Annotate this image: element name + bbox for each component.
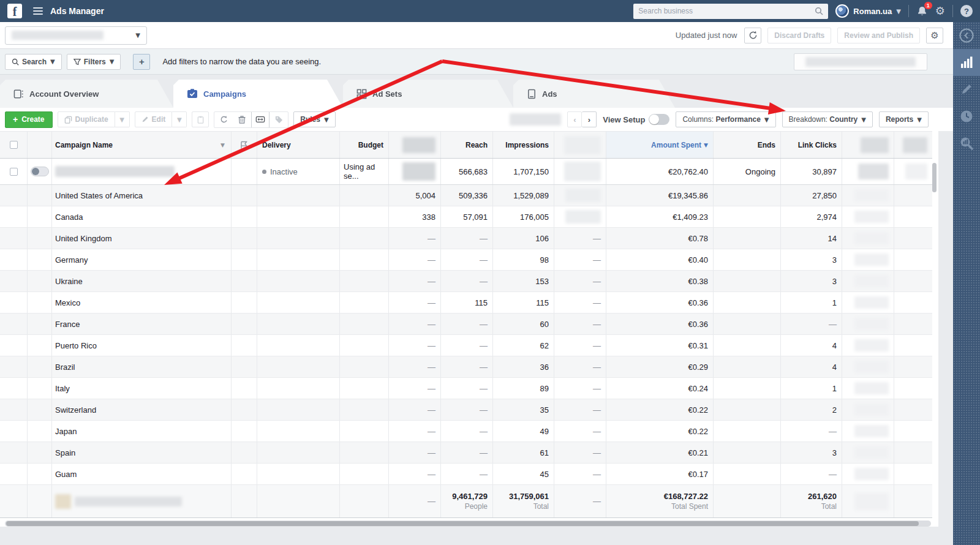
redacted-column-header[interactable] bbox=[894, 132, 932, 158]
duplicate-icon bbox=[64, 116, 72, 124]
settings-button[interactable]: ⚙ bbox=[926, 28, 943, 43]
filters-button[interactable]: Filters▼ bbox=[67, 54, 121, 70]
menu-icon[interactable] bbox=[33, 7, 43, 15]
row-checkbox[interactable] bbox=[10, 168, 18, 176]
country-name: Canada bbox=[52, 206, 232, 227]
review-publish-button[interactable]: Review and Publish bbox=[837, 28, 920, 43]
notifications-button[interactable]: 1 bbox=[916, 6, 928, 17]
country-name: Germany bbox=[52, 249, 232, 270]
ab-test-icon bbox=[255, 115, 265, 124]
paste-button[interactable] bbox=[192, 111, 209, 127]
table-row-country: Brazil — — 36 — €0.29 4 bbox=[0, 356, 932, 378]
redacted-column-header[interactable] bbox=[842, 132, 894, 158]
vertical-scrollbar[interactable] bbox=[932, 163, 937, 192]
table-row-country: France — — 60 — €0.36 — bbox=[0, 314, 932, 335]
create-button[interactable]: +Create bbox=[5, 111, 53, 128]
view-setup-toggle[interactable] bbox=[649, 114, 669, 125]
redacted-column-header[interactable] bbox=[389, 132, 441, 158]
sort-caret-icon: ▼ bbox=[221, 142, 225, 148]
redacted-date-range[interactable] bbox=[794, 53, 927, 70]
budget-header[interactable]: Budget bbox=[340, 132, 389, 158]
campaigns-toolbar: +Create Duplicate ▼ Edit ▼ bbox=[0, 108, 953, 131]
reach-cell: 566,683 bbox=[441, 159, 493, 184]
delivery-alert-icon bbox=[240, 141, 248, 149]
edit-dropdown[interactable]: ▼ bbox=[172, 111, 187, 127]
reach-header[interactable]: Reach bbox=[441, 132, 493, 158]
table-row-country: Japan — — 49 — €0.22 — bbox=[0, 421, 932, 442]
facebook-logo[interactable]: f bbox=[7, 4, 22, 18]
trash-icon bbox=[238, 115, 246, 124]
ad-sets-icon bbox=[356, 89, 367, 99]
table-row-country: Puerto Rico — — 62 — €0.31 4 bbox=[0, 335, 932, 356]
sidebar-item-edit[interactable] bbox=[953, 76, 980, 103]
ends-header[interactable]: Ends bbox=[714, 132, 781, 158]
discard-drafts-button[interactable]: Discard Drafts bbox=[767, 28, 831, 43]
redacted-column-header[interactable] bbox=[554, 132, 606, 158]
table-row-country: Spain — — 61 — €0.21 3 bbox=[0, 442, 932, 464]
horizontal-scrollbar[interactable] bbox=[5, 521, 931, 527]
tag-icon bbox=[274, 115, 284, 124]
campaign-row: Inactive Using ad se... 566,683 1,707,15… bbox=[0, 159, 932, 185]
redacted-campaign-name[interactable] bbox=[52, 159, 232, 184]
campaign-name-header[interactable]: Campaign Name▼ bbox=[52, 132, 232, 158]
entity-tabs: Account Overview Campaigns Ad Sets Ads bbox=[0, 75, 953, 108]
filter-hint-text: Add filters to narrow the data you are s… bbox=[162, 57, 321, 66]
refresh-button[interactable] bbox=[744, 28, 761, 43]
columns-button[interactable]: Columns: Performance▼ bbox=[676, 111, 775, 127]
campaign-status-toggle[interactable] bbox=[31, 167, 49, 176]
view-setup-label: View Setup bbox=[603, 115, 645, 124]
avatar bbox=[835, 4, 849, 18]
ad-account-selector[interactable]: ▼ bbox=[5, 26, 147, 45]
tab-campaigns[interactable]: Campaigns bbox=[173, 80, 343, 108]
tab-account-overview[interactable]: Account Overview bbox=[0, 80, 173, 108]
sidebar-item-performance-charts[interactable] bbox=[953, 49, 980, 76]
duplicate-dropdown[interactable]: ▼ bbox=[115, 111, 130, 127]
amount-spent-header[interactable]: Amount Spent▼ bbox=[606, 132, 714, 158]
app-title: Ads Manager bbox=[50, 6, 104, 16]
sidebar-item-activity-history[interactable] bbox=[953, 103, 980, 130]
add-filter-button[interactable]: + bbox=[133, 54, 150, 70]
link-clicks-header[interactable]: Link Clicks bbox=[781, 132, 842, 158]
status-dot-icon bbox=[262, 170, 266, 174]
country-name: United Kingdom bbox=[52, 228, 232, 249]
edit-button[interactable]: Edit bbox=[135, 111, 173, 127]
tab-ads[interactable]: Ads bbox=[513, 80, 675, 108]
country-name: Mexico bbox=[52, 292, 232, 313]
table-header-row: Campaign Name▼ Delivery Budget Reach Imp… bbox=[0, 131, 932, 159]
scrollbar-thumb[interactable] bbox=[6, 521, 919, 526]
sidebar-item-search-insights[interactable] bbox=[953, 130, 980, 157]
duplicate-button[interactable]: Duplicate bbox=[58, 111, 115, 127]
rules-button[interactable]: Rules▼ bbox=[293, 111, 335, 127]
user-menu[interactable]: Roman.ua ▼ bbox=[835, 4, 901, 18]
collapse-panel-button[interactable] bbox=[953, 22, 980, 49]
clock-icon bbox=[960, 110, 973, 123]
search-icon bbox=[12, 58, 19, 66]
business-search-input[interactable]: Search business bbox=[633, 4, 828, 19]
delivery-header[interactable]: Delivery bbox=[257, 132, 340, 158]
help-icon[interactable]: ? bbox=[960, 5, 973, 17]
country-name: Ukraine bbox=[52, 271, 232, 291]
table-row-country: Italy — — 89 — €0.24 1 bbox=[0, 378, 932, 399]
pencil-icon bbox=[960, 83, 973, 96]
search-placeholder: Search business bbox=[638, 7, 815, 15]
gear-icon: ⚙ bbox=[930, 30, 938, 41]
tab-ad-sets[interactable]: Ad Sets bbox=[343, 80, 513, 108]
account-bar: ▼ Updated just now Discard Drafts Review… bbox=[0, 22, 953, 49]
search-button[interactable]: Search▼ bbox=[5, 54, 62, 70]
page-next-button[interactable]: › bbox=[582, 111, 597, 127]
select-all-checkbox[interactable] bbox=[10, 141, 18, 149]
settings-gear-icon[interactable]: ⚙ bbox=[935, 6, 945, 17]
delete-button[interactable] bbox=[233, 112, 251, 127]
table-row-country: Guam — — 45 — €0.17 — bbox=[0, 464, 932, 485]
revert-button[interactable] bbox=[214, 112, 233, 127]
page-prev-button[interactable]: ‹ bbox=[567, 111, 582, 127]
amount-spent-cell: €20,762.40 bbox=[606, 159, 714, 184]
top-navigation-bar: f Ads Manager Search business Roman.ua ▼… bbox=[0, 0, 980, 22]
breakdown-button[interactable]: Breakdown: Country▼ bbox=[782, 111, 873, 127]
budget-cell: Using ad se... bbox=[340, 159, 389, 184]
impressions-header[interactable]: Impressions bbox=[493, 132, 554, 158]
reports-button[interactable]: Reports▼ bbox=[879, 111, 929, 127]
ab-test-button[interactable] bbox=[251, 112, 270, 127]
table-row-country: Germany — — 98 — €0.40 3 bbox=[0, 249, 932, 271]
tag-button[interactable] bbox=[270, 112, 288, 127]
